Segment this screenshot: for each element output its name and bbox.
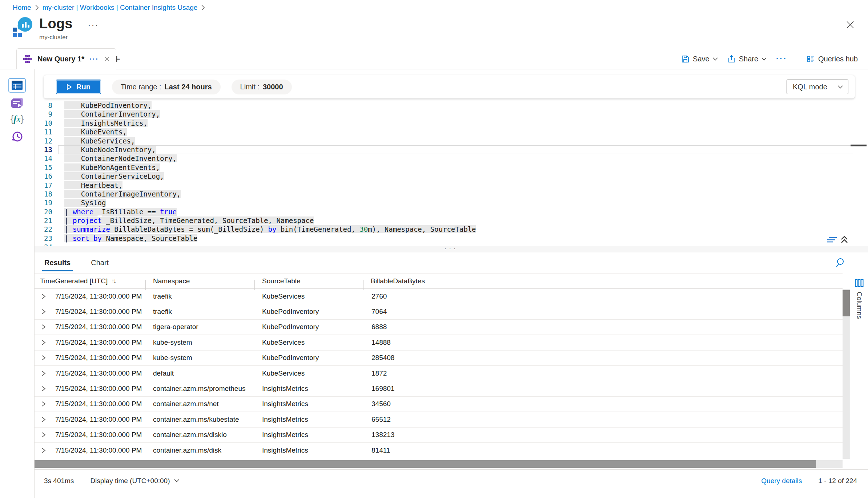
left-sidebar: {fx} [0, 69, 35, 498]
logs-blade: Home my-cluster | Workbooks | Container … [0, 0, 868, 498]
table-cell: tigera-operator [145, 323, 254, 331]
table-row[interactable]: 7/15/2024, 11:30:00.000 PMcontainer.azm.… [35, 381, 843, 396]
editor-scrollbar-track[interactable] [855, 100, 855, 246]
sidebar-item-functions[interactable]: {fx} [11, 114, 24, 124]
code-line[interactable]: 11 KubeEvents, [35, 127, 868, 136]
table-cell: KubeServices [254, 369, 363, 377]
code-line[interactable]: 9 ContainerInventory, [35, 110, 868, 118]
row-expander-icon[interactable] [41, 371, 47, 376]
table-row[interactable]: 7/15/2024, 11:30:00.000 PMdefaultKubeSer… [35, 366, 843, 381]
search-icon[interactable] [835, 256, 848, 270]
tab-label: New Query 1* [37, 55, 84, 63]
time-range-picker[interactable]: Time range : Last 24 hours [112, 80, 221, 94]
tab-new-query-1[interactable]: New Query 1* ··· [16, 48, 116, 69]
table-row[interactable]: 7/15/2024, 11:30:00.000 PMcontainer.azm.… [35, 443, 843, 458]
code-line[interactable]: 14 ContainerNodeInventory, [35, 154, 868, 163]
run-button[interactable]: Run [56, 80, 101, 94]
code-line[interactable]: 17 Heartbeat, [35, 181, 868, 190]
limit-label: Limit : [240, 83, 260, 91]
line-number: 17 [35, 181, 58, 190]
code-line[interactable]: 15 KubeMonAgentEvents, [35, 163, 868, 172]
table-cell: KubePodInventory [254, 308, 363, 316]
tab-results[interactable]: Results [44, 256, 71, 271]
table-row[interactable]: 7/15/2024, 11:30:00.000 PMcontainer.azm.… [35, 412, 843, 427]
code-line[interactable]: 21| project _BilledSize, TimeGenerated, … [35, 216, 868, 225]
row-expander-icon[interactable] [41, 448, 47, 453]
row-expander-icon[interactable] [41, 401, 47, 407]
table-cell: InsightsMetrics [254, 446, 363, 454]
breadcrumb: Home my-cluster | Workbooks | Container … [13, 4, 205, 12]
code-line[interactable]: 23| sort by Namespace, SourceTable [35, 234, 868, 243]
sidebar-item-tables[interactable] [8, 78, 26, 93]
save-button[interactable]: Save [681, 55, 718, 63]
sort-icon[interactable]: ↑↓ [111, 278, 115, 285]
table-cell: 285408 [363, 354, 843, 362]
table-row[interactable]: 7/15/2024, 11:30:00.000 PMcontainer.azm.… [35, 428, 843, 443]
time-range-value: Last 24 hours [165, 83, 212, 91]
chevron-down-icon [713, 57, 718, 61]
tab-close-icon[interactable] [104, 56, 110, 62]
row-expander-icon[interactable] [41, 355, 47, 361]
query-duration: 3s 401ms [44, 477, 74, 485]
table-cell: container.azm.ms/kubestate [145, 416, 254, 424]
table-row[interactable]: 7/15/2024, 11:30:00.000 PMkube-systemKub… [35, 335, 843, 350]
line-number: 14 [35, 154, 58, 163]
code-line[interactable]: 10 InsightsMetrics, [35, 119, 868, 127]
row-expander-icon[interactable] [41, 309, 47, 315]
column-header[interactable]: Namespace [145, 277, 254, 285]
row-expander-icon[interactable] [41, 386, 47, 392]
editor-resize-handle[interactable]: ··· [35, 246, 868, 252]
vertical-scrollbar[interactable] [843, 289, 850, 459]
breadcrumb-path-link[interactable]: my-cluster | Workbooks | Container Insig… [43, 4, 198, 12]
code-line[interactable]: 19 Syslog [35, 198, 868, 207]
line-number: 21 [35, 216, 58, 225]
collapse-editor-icon[interactable] [840, 235, 848, 244]
limit-picker[interactable]: Limit : 30000 [232, 80, 292, 94]
command-more-icon[interactable]: ··· [776, 54, 787, 64]
line-number: 22 [35, 225, 58, 234]
table-row[interactable]: 7/15/2024, 11:30:00.000 PMtraefikKubePod… [35, 304, 843, 319]
close-icon[interactable] [844, 19, 856, 31]
table-row[interactable]: 7/15/2024, 11:30:00.000 PMtraefikKubeSer… [35, 289, 843, 304]
more-options-icon[interactable]: ··· [88, 20, 99, 30]
sidebar-item-example-queries[interactable] [11, 97, 24, 109]
row-expander-icon[interactable] [41, 432, 47, 438]
table-row[interactable]: 7/15/2024, 11:30:00.000 PMkube-systemKub… [35, 351, 843, 366]
tab-more-icon[interactable]: ··· [89, 55, 99, 63]
sidebar-item-query-history[interactable] [11, 130, 23, 143]
display-time-select[interactable]: Display time (UTC+00:00) [90, 477, 179, 485]
tab-chart[interactable]: Chart [90, 256, 109, 271]
tables-icon [11, 80, 23, 90]
code-line[interactable]: 22| summarize BillableDataBytes = sum(_B… [35, 225, 868, 234]
share-button[interactable]: Share [727, 55, 767, 63]
code-line[interactable]: 8 KubePodInventory, [35, 101, 868, 110]
format-lines-icon[interactable] [827, 235, 837, 244]
editor-cursor-marker [851, 145, 867, 146]
table-row[interactable]: 7/15/2024, 11:30:00.000 PMtigera-operato… [35, 320, 843, 335]
row-expander-icon[interactable] [41, 293, 47, 299]
query-details-link[interactable]: Query details [761, 477, 802, 485]
kql-mode-select[interactable]: KQL mode [787, 80, 848, 94]
row-expander-icon[interactable] [41, 340, 47, 345]
queries-hub-button[interactable]: Queries hub [807, 55, 858, 63]
code-line[interactable]: 18 ContainerImageInventory, [35, 190, 868, 198]
code-line[interactable]: 20| where _IsBillable == true [35, 207, 868, 216]
code-line[interactable]: 16 ContainerServiceLog, [35, 172, 868, 181]
horizontal-scrollbar-thumb[interactable] [35, 460, 816, 468]
column-header[interactable]: TimeGenerated [UTC]↑↓ [35, 277, 145, 285]
columns-pane-label[interactable]: Columns [855, 292, 863, 319]
horizontal-scrollbar[interactable] [35, 460, 843, 468]
row-expander-icon[interactable] [41, 324, 47, 330]
code-line[interactable]: 13 KubeNodeInventory, [35, 145, 868, 154]
table-cell: kube-system [145, 354, 254, 362]
row-expander-icon[interactable] [41, 417, 47, 422]
columns-icon[interactable] [855, 278, 864, 289]
chevron-right-icon [35, 4, 39, 11]
breadcrumb-home-link[interactable]: Home [13, 4, 31, 12]
code-line[interactable]: 12 KubeServices, [35, 137, 868, 145]
column-header[interactable]: BillableDataBytes [363, 277, 843, 285]
column-header[interactable]: SourceTable [254, 277, 363, 285]
vertical-scrollbar-thumb[interactable] [843, 290, 850, 316]
table-row[interactable]: 7/15/2024, 11:30:00.000 PMcontainer.azm.… [35, 397, 843, 412]
query-editor[interactable]: 8 KubePodInventory,9 ContainerInventory,… [35, 99, 868, 246]
